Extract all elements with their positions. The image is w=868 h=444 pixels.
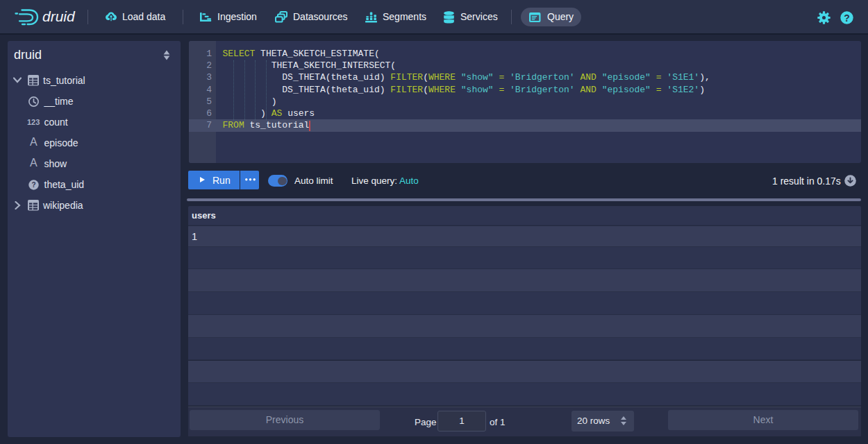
svg-text:?: ?: [31, 181, 35, 189]
svg-text:?: ?: [844, 12, 850, 24]
